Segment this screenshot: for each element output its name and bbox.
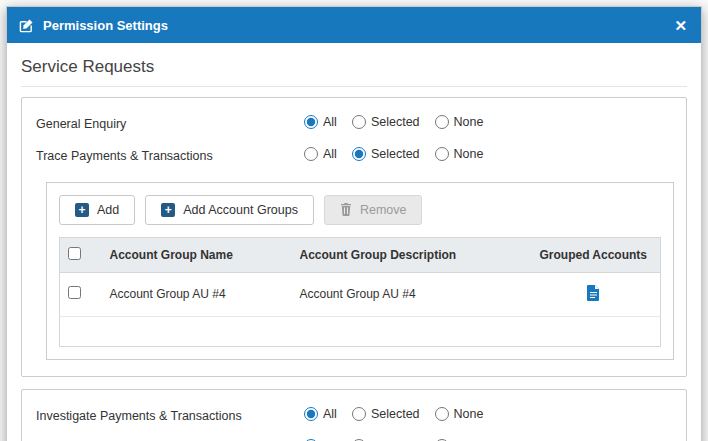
account-groups-table: Account Group Name Account Group Descrip… xyxy=(59,237,661,347)
radio-label: Selected xyxy=(371,407,420,421)
radio-label: Selected xyxy=(371,147,420,161)
add-button[interactable]: + Add xyxy=(59,195,135,225)
radio-option-selected[interactable]: Selected xyxy=(352,147,420,161)
radio-label: All xyxy=(323,115,337,129)
edit-icon xyxy=(19,18,34,33)
cell-account-group-name: Account Group AU #4 xyxy=(102,272,292,316)
add-account-groups-button-label: Add Account Groups xyxy=(183,203,298,217)
radio-input-none[interactable] xyxy=(435,147,449,161)
radio-group: All Selected None xyxy=(304,115,483,129)
radio-option-selected[interactable]: Selected xyxy=(352,407,420,421)
cell-account-group-description: Account Group AU #4 xyxy=(292,272,527,316)
radio-input-selected[interactable] xyxy=(352,147,366,161)
plus-icon: + xyxy=(75,203,89,217)
row-checkbox-cell xyxy=(60,272,102,316)
radio-label: All xyxy=(323,147,337,161)
row-checkbox[interactable] xyxy=(68,286,81,299)
radio-input-selected[interactable] xyxy=(352,407,366,421)
add-button-label: Add xyxy=(97,203,119,217)
page-title: Service Requests xyxy=(21,55,687,87)
top-permissions-box: General Enquiry All Selected None xyxy=(21,97,687,377)
header-account-group-description: Account Group Description xyxy=(292,237,527,272)
remove-button[interactable]: Remove xyxy=(324,195,423,225)
permission-label: Trace Payments & Transactions xyxy=(36,147,304,165)
radio-label: None xyxy=(454,407,484,421)
permission-row-general-enquiry: General Enquiry All Selected None xyxy=(34,108,674,140)
trash-icon xyxy=(340,203,352,216)
radio-input-all[interactable] xyxy=(304,407,318,421)
table-row: Account Group AU #4 Account Group AU #4 xyxy=(60,272,661,316)
permission-settings-modal: Permission Settings ✕ Service Requests G… xyxy=(6,6,702,441)
modal-backdrop: Permission Settings ✕ Service Requests G… xyxy=(0,0,708,441)
radio-option-selected[interactable]: Selected xyxy=(352,115,420,129)
table-header-row: Account Group Name Account Group Descrip… xyxy=(60,237,661,272)
modal-header: Permission Settings ✕ xyxy=(7,7,701,43)
plus-icon: + xyxy=(161,203,175,217)
add-account-groups-button[interactable]: + Add Account Groups xyxy=(145,195,314,225)
remove-button-label: Remove xyxy=(360,203,407,217)
radio-option-none[interactable]: None xyxy=(435,407,484,421)
account-groups-toolbar: + Add + Add Account Groups xyxy=(59,195,661,225)
modal-body: Service Requests General Enquiry All Sel… xyxy=(7,43,701,441)
cell-grouped-accounts xyxy=(527,272,661,316)
radio-option-all[interactable]: All xyxy=(304,147,337,161)
grouped-accounts-file-icon[interactable] xyxy=(587,285,600,301)
permission-label: General Enquiry xyxy=(36,115,304,133)
radio-input-all[interactable] xyxy=(304,115,318,129)
radio-label: Selected xyxy=(371,115,420,129)
radio-label: All xyxy=(323,407,337,421)
header-account-group-name: Account Group Name xyxy=(102,237,292,272)
radio-input-none[interactable] xyxy=(435,115,449,129)
header-checkbox-cell xyxy=(60,237,102,272)
bottom-permissions-box: Investigate Payments & Transactions All … xyxy=(21,389,687,441)
radio-option-all[interactable]: All xyxy=(304,115,337,129)
account-groups-panel: + Add + Add Account Groups xyxy=(46,182,674,360)
close-icon[interactable]: ✕ xyxy=(672,16,689,35)
table-empty-row xyxy=(60,316,661,346)
permission-label: Investigate Payments & Transactions xyxy=(36,407,304,425)
radio-option-all[interactable]: All xyxy=(304,407,337,421)
permission-row-trace-payments: Trace Payments & Transactions All Select… xyxy=(34,140,674,172)
permission-row-order-books: Order Books All Selected None xyxy=(34,432,674,441)
radio-input-selected[interactable] xyxy=(352,115,366,129)
radio-input-none[interactable] xyxy=(435,407,449,421)
radio-group: All Selected None xyxy=(304,147,483,161)
radio-input-all[interactable] xyxy=(304,147,318,161)
radio-option-none[interactable]: None xyxy=(435,115,484,129)
modal-title: Permission Settings xyxy=(43,18,168,33)
permission-row-investigate-payments: Investigate Payments & Transactions All … xyxy=(34,400,674,432)
select-all-checkbox[interactable] xyxy=(68,247,81,260)
radio-option-none[interactable]: None xyxy=(435,147,484,161)
radio-label: None xyxy=(454,115,484,129)
radio-label: None xyxy=(454,147,484,161)
header-grouped-accounts: Grouped Accounts xyxy=(527,237,661,272)
radio-group: All Selected None xyxy=(304,407,483,421)
